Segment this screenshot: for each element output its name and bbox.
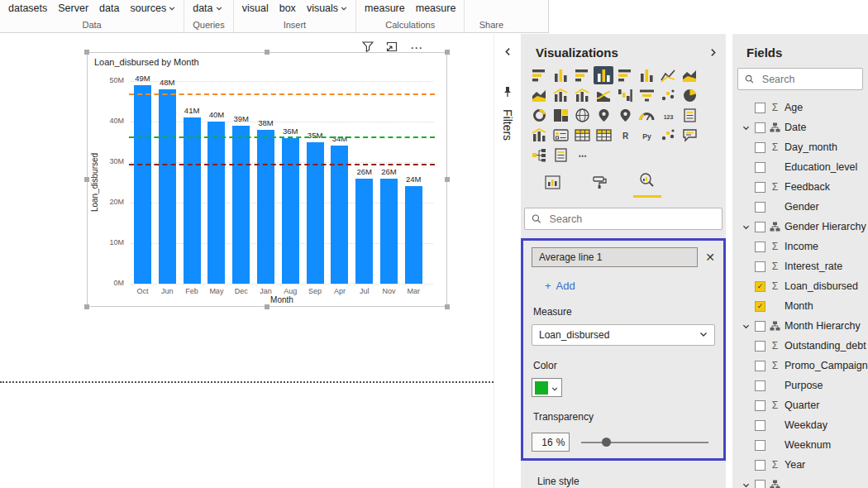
field-checkbox[interactable] [755, 222, 765, 232]
field-row[interactable]: Gender [732, 197, 868, 217]
ribbon-item[interactable]: measure [416, 2, 456, 14]
field-row[interactable]: ✓Month [732, 296, 868, 316]
ribbon-item[interactable]: data [99, 2, 119, 14]
bar-jan[interactable] [257, 130, 274, 284]
field-checkbox[interactable]: ✓ [755, 301, 765, 312]
ribbon-item[interactable]: visuals [307, 2, 347, 14]
field-row[interactable]: ΣIncome [732, 237, 868, 256]
line-and-clustered-column-chart-icon[interactable] [572, 86, 592, 104]
field-checkbox[interactable] [755, 182, 765, 193]
field-row[interactable]: Gender Hierarchy [732, 217, 868, 237]
bar-nov[interactable] [380, 179, 398, 284]
line-and-stacked-column-chart-icon[interactable] [551, 86, 570, 104]
field-checkbox[interactable] [755, 380, 765, 391]
add-line-button[interactable]: + Add [545, 280, 715, 292]
qa-visual-icon[interactable] [680, 126, 699, 144]
search-input[interactable] [548, 213, 715, 226]
clustered-bar-chart-icon[interactable] [572, 66, 592, 84]
field-checkbox[interactable]: ✓ [755, 281, 765, 292]
measure-dropdown[interactable]: Loan_disbursed [532, 324, 715, 346]
scatter-chart-icon[interactable] [658, 86, 678, 104]
field-checkbox[interactable] [755, 361, 765, 371]
field-checkbox[interactable] [755, 103, 765, 113]
field-row[interactable] [732, 475, 868, 488]
pie-chart-icon[interactable] [680, 86, 699, 104]
key-influencers-icon[interactable] [658, 126, 678, 144]
expand-chevron-icon[interactable] [741, 323, 751, 330]
bar-may[interactable] [207, 122, 225, 284]
line-chart-icon[interactable] [658, 66, 678, 84]
field-checkbox[interactable] [755, 122, 765, 133]
slicer-icon[interactable] [551, 126, 570, 144]
field-checkbox[interactable] [755, 242, 765, 252]
waterfall-chart-icon[interactable] [615, 86, 635, 104]
tab-format-visual[interactable] [586, 175, 613, 198]
chart-visual[interactable]: Loan_disbursed by Month 0M10M20M30M40M50… [87, 52, 447, 307]
expand-filters-chevron-icon[interactable] [503, 45, 513, 60]
color-picker-button[interactable] [532, 378, 562, 397]
field-checkbox[interactable] [755, 321, 765, 332]
transparency-value-box[interactable]: % [532, 433, 570, 452]
ribbon-item[interactable]: data [193, 2, 222, 14]
field-checkbox[interactable] [755, 420, 765, 431]
field-row[interactable]: ΣYear [732, 455, 868, 475]
field-checkbox[interactable] [755, 202, 765, 213]
report-canvas[interactable]: ⋯ Loan_disbursed by Month 0M10M20M30M40M… [0, 34, 494, 488]
field-row[interactable]: Date [732, 117, 868, 137]
donut-chart-icon[interactable] [529, 106, 549, 124]
field-row[interactable]: Purpose [732, 376, 868, 395]
expand-chevron-icon[interactable] [741, 223, 751, 231]
field-checkbox[interactable] [755, 440, 765, 451]
bar-apr[interactable] [331, 146, 348, 284]
field-row[interactable]: ΣFeedback [732, 177, 868, 197]
bar-sep[interactable] [307, 142, 324, 285]
ribbon-item[interactable]: sources [130, 2, 175, 14]
collapse-pane-chevron-icon[interactable] [708, 45, 718, 60]
field-checkbox[interactable] [755, 400, 765, 411]
area-chart-icon[interactable] [680, 66, 699, 84]
kpi-icon[interactable] [529, 126, 549, 144]
hundred-percent-stacked-bar-chart-icon[interactable] [615, 66, 635, 84]
filled-map-icon[interactable] [594, 106, 613, 124]
ribbon-item[interactable]: Server [58, 2, 88, 14]
python-visual-icon[interactable]: Py [637, 126, 656, 144]
multi-row-card-icon[interactable] [680, 106, 699, 124]
tab-analytics[interactable] [633, 172, 661, 198]
more-visuals-options-icon[interactable]: ⋯ [572, 146, 592, 164]
bar-mar[interactable] [405, 186, 422, 284]
search-input[interactable] [761, 73, 856, 86]
paginated-report-icon[interactable] [551, 146, 570, 164]
expand-chevron-icon[interactable] [741, 124, 751, 132]
bar-aug[interactable] [282, 138, 299, 284]
card-icon[interactable]: 123 [658, 106, 678, 124]
funnel-chart-icon[interactable] [637, 86, 656, 104]
field-row[interactable]: ΣOutstanding_debt [732, 336, 868, 356]
ribbon-item[interactable]: measure [365, 2, 405, 14]
field-checkbox[interactable] [755, 480, 765, 488]
resize-handle[interactable] [84, 50, 89, 55]
decomposition-tree-icon[interactable] [529, 146, 549, 164]
fields-search-box[interactable] [737, 68, 863, 90]
transparency-input[interactable] [537, 436, 555, 449]
field-row[interactable]: ΣPromo_Campaign [732, 356, 868, 376]
resize-handle[interactable] [445, 304, 450, 309]
matrix-icon[interactable] [594, 126, 613, 144]
field-checkbox[interactable] [755, 162, 765, 173]
field-row[interactable]: Weekday [732, 415, 868, 435]
field-checkbox[interactable] [755, 142, 765, 153]
field-row[interactable]: ΣInterest_rate [732, 256, 868, 276]
field-checkbox[interactable] [755, 460, 765, 471]
remove-line-icon[interactable]: ✕ [705, 251, 715, 264]
bar-jul[interactable] [355, 179, 373, 284]
resize-handle[interactable] [84, 304, 89, 309]
map-icon[interactable] [572, 106, 592, 124]
hundred-percent-stacked-column-chart-icon[interactable] [637, 66, 656, 84]
stacked-area-chart-icon[interactable] [529, 86, 549, 104]
field-row[interactable]: Weeknum [732, 435, 868, 455]
visualizations-search-box[interactable] [524, 208, 723, 230]
ribbon-item[interactable]: datasets [8, 2, 47, 14]
transparency-slider-knob[interactable] [602, 438, 611, 447]
ribbon-chart-icon[interactable] [594, 86, 613, 104]
resize-handle[interactable] [265, 50, 269, 55]
clustered-column-chart-icon[interactable] [594, 66, 613, 84]
